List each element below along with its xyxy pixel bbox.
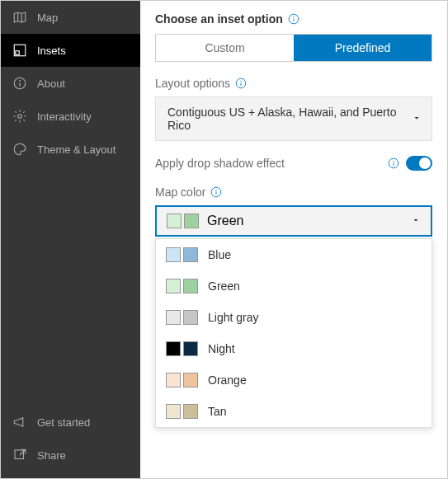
svg-point-9 (293, 16, 294, 17)
insets-icon (12, 43, 27, 58)
color-option-light-gray[interactable]: Light gray (156, 302, 431, 333)
color-option-label: Blue (208, 248, 231, 261)
sidebar-item-about[interactable]: About (1, 67, 140, 100)
color-option-blue[interactable]: Blue (156, 239, 431, 270)
swatch (166, 341, 181, 356)
toggle-knob (419, 157, 431, 169)
color-option-label: Night (208, 342, 235, 355)
sidebar-item-label: Map (37, 12, 58, 24)
svg-rect-1 (16, 51, 20, 55)
sidebar-item-interactivity[interactable]: Interactivity (1, 100, 140, 133)
share-icon (12, 448, 27, 463)
info-icon[interactable] (388, 157, 399, 169)
map-icon (12, 10, 27, 25)
layout-select[interactable]: Contiguous US + Alaska, Hawaii, and Puer… (155, 96, 432, 141)
color-option-orange[interactable]: Orange (156, 364, 431, 396)
map-color-label-row: Map color (155, 185, 432, 199)
map-color-label: Map color (155, 185, 205, 199)
sidebar-item-label: About (37, 77, 65, 90)
swatch (183, 247, 198, 262)
sidebar-item-label: Share (37, 449, 66, 462)
svg-point-15 (394, 161, 394, 162)
color-option-tan[interactable]: Tan (156, 396, 431, 427)
swatch (183, 404, 198, 419)
swatch (183, 373, 198, 387)
drop-shadow-label: Apply drop shadow effect (155, 157, 285, 170)
sidebar-bottom: Get started Share (1, 406, 140, 478)
svg-point-12 (241, 81, 242, 82)
map-color-select[interactable]: Green (155, 205, 432, 237)
drop-shadow-toggle[interactable] (406, 156, 432, 171)
info-icon[interactable] (288, 13, 299, 25)
about-icon (12, 76, 27, 91)
swatch (166, 373, 181, 387)
swatch (183, 279, 198, 294)
sidebar: Map Insets About Interactivity Theme & L… (1, 1, 140, 478)
swatch-pair (166, 404, 198, 419)
swatch (166, 279, 181, 294)
map-color-value: Green (207, 214, 243, 228)
svg-point-4 (20, 80, 21, 81)
swatch-pair (166, 373, 198, 387)
sidebar-item-share[interactable]: Share (1, 439, 140, 472)
drop-shadow-row: Apply drop shadow effect (155, 156, 432, 171)
megaphone-icon (12, 415, 27, 430)
svg-point-5 (18, 115, 22, 119)
swatch-pair (166, 341, 198, 356)
color-option-night[interactable]: Night (156, 333, 431, 364)
sidebar-item-label: Insets (37, 45, 66, 57)
color-option-label: Tan (208, 405, 227, 418)
swatch (183, 310, 198, 325)
gear-icon (12, 109, 27, 124)
map-color-dropdown: BlueGreenLight grayNightOrangeTan (155, 238, 432, 428)
drop-shadow-controls (388, 156, 432, 171)
swatch (166, 310, 181, 325)
choose-inset-title: Choose an inset option (155, 12, 432, 26)
choose-inset-label: Choose an inset option (155, 12, 283, 26)
swatch (183, 341, 198, 356)
svg-point-18 (216, 190, 217, 190)
main-panel: Choose an inset option Custom Predefined… (140, 1, 447, 478)
swatch-pair (166, 279, 198, 294)
chevron-down-icon (412, 112, 422, 125)
color-option-label: Green (208, 279, 240, 293)
sidebar-top: Map Insets About Interactivity Theme & L… (1, 1, 140, 406)
sidebar-item-insets[interactable]: Insets (1, 34, 140, 67)
swatch (184, 214, 199, 228)
sidebar-item-label: Theme & Layout (37, 143, 116, 156)
chevron-down-icon (411, 214, 421, 228)
palette-icon (12, 142, 27, 157)
swatch-pair (166, 247, 198, 262)
color-option-label: Light gray (208, 311, 258, 324)
swatch (166, 404, 181, 419)
sidebar-item-get-started[interactable]: Get started (1, 406, 140, 439)
swatch-pair (166, 310, 198, 325)
layout-select-value: Contiguous US + Alaska, Hawaii, and Puer… (167, 106, 396, 132)
sidebar-item-label: Interactivity (37, 110, 92, 123)
svg-rect-6 (15, 450, 24, 459)
sidebar-item-label: Get started (37, 416, 90, 429)
info-icon[interactable] (210, 186, 222, 198)
info-icon[interactable] (235, 77, 247, 89)
toggle-custom[interactable]: Custom (156, 35, 294, 61)
color-option-label: Orange (208, 373, 247, 387)
sidebar-item-map[interactable]: Map (1, 1, 140, 34)
selected-swatch-pair (167, 214, 199, 228)
sidebar-item-theme-layout[interactable]: Theme & Layout (1, 133, 140, 166)
layout-options-label-row: Layout options (155, 77, 432, 90)
inset-toggle: Custom Predefined (155, 34, 432, 62)
swatch (167, 214, 182, 228)
toggle-predefined[interactable]: Predefined (294, 35, 431, 61)
color-option-green[interactable]: Green (156, 270, 431, 302)
swatch (166, 247, 181, 262)
layout-options-label: Layout options (155, 77, 230, 90)
